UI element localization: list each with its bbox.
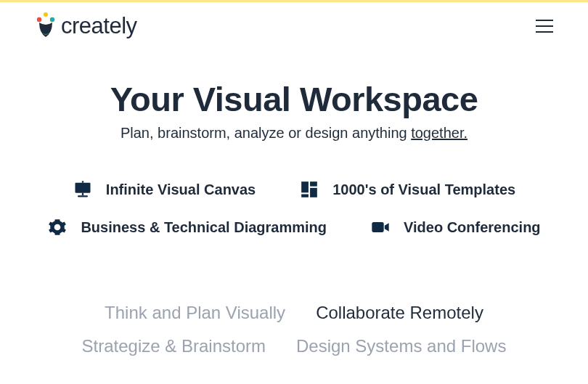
- svg-rect-9: [310, 188, 317, 197]
- grid-templates-icon: [299, 179, 319, 200]
- svg-rect-5: [78, 195, 88, 197]
- feature-diagramming: Business & Technical Diagramming: [47, 217, 327, 237]
- hero-subtitle: Plan, brainstorm, analyze or design anyt…: [0, 125, 588, 142]
- svg-rect-4: [82, 193, 83, 196]
- feature-label: Video Conferencing: [404, 219, 541, 236]
- svg-rect-11: [372, 222, 383, 232]
- header: creately: [0, 2, 588, 40]
- tab-think-and-plan[interactable]: Think and Plan Visually: [105, 303, 285, 323]
- svg-point-1: [37, 17, 41, 22]
- svg-rect-7: [301, 181, 309, 192]
- feature-label: Business & Technical Diagramming: [81, 219, 327, 236]
- svg-point-2: [50, 17, 54, 22]
- feature-label: Infinite Visual Canvas: [106, 181, 256, 198]
- feature-video-conferencing: Video Conferencing: [370, 217, 541, 237]
- tab-design-systems[interactable]: Design Systems and Flows: [296, 336, 506, 356]
- hero-subtitle-emphasis: together.: [411, 125, 467, 141]
- svg-point-0: [44, 12, 48, 17]
- menu-icon[interactable]: [536, 20, 553, 33]
- feature-list: Infinite Visual Canvas 1000's of Visual …: [0, 179, 588, 237]
- hero: Your Visual Workspace Plan, brainstorm, …: [0, 79, 588, 142]
- logo[interactable]: creately: [35, 12, 137, 40]
- tab-collaborate-remotely[interactable]: Collaborate Remotely: [316, 303, 483, 323]
- logo-mark-icon: [35, 12, 57, 40]
- svg-rect-6: [82, 181, 83, 182]
- tab-strategize-brainstorm[interactable]: Strategize & Brainstorm: [82, 336, 266, 356]
- tab-list: Think and Plan Visually Collaborate Remo…: [0, 303, 588, 356]
- video-camera-icon: [370, 217, 391, 237]
- feature-infinite-canvas: Infinite Visual Canvas: [73, 179, 256, 200]
- feature-label: 1000's of Visual Templates: [332, 181, 515, 198]
- svg-rect-8: [310, 181, 317, 186]
- presentation-board-icon: [73, 179, 93, 200]
- gear-icon: [47, 217, 68, 237]
- hero-subtitle-prefix: Plan, brainstorm, analyze or design anyt…: [121, 125, 411, 141]
- feature-templates: 1000's of Visual Templates: [299, 179, 515, 200]
- logo-text: creately: [61, 13, 137, 39]
- svg-rect-10: [301, 195, 309, 197]
- hero-title: Your Visual Workspace: [0, 79, 588, 119]
- svg-rect-3: [75, 183, 90, 193]
